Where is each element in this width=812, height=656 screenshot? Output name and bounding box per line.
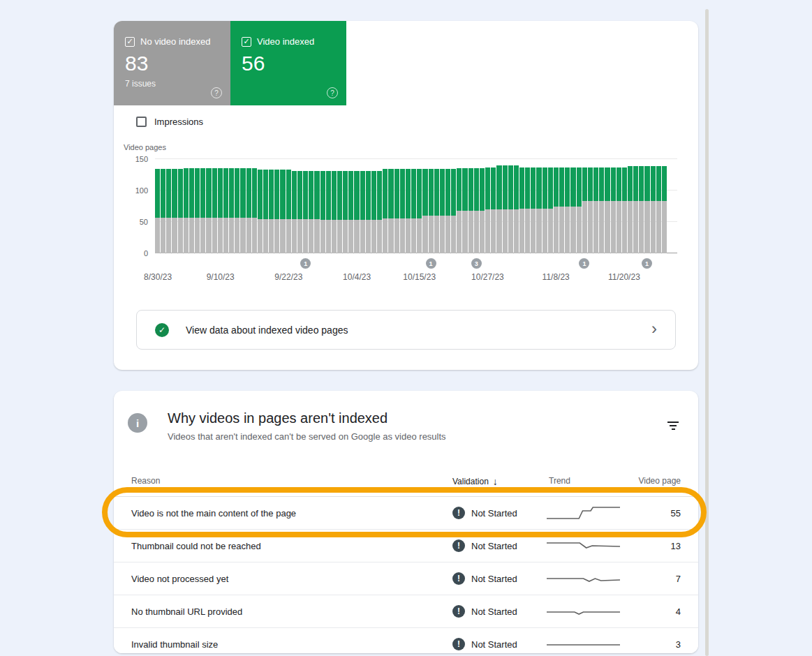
help-icon[interactable]: ? (327, 87, 338, 98)
bar[interactable] (429, 159, 434, 253)
bar[interactable] (377, 159, 382, 253)
milestone-marker[interactable]: 1 (426, 258, 436, 269)
bar[interactable] (644, 159, 649, 253)
bar[interactable] (178, 159, 183, 253)
bar[interactable] (286, 159, 291, 253)
bar[interactable] (422, 159, 427, 253)
bar[interactable] (332, 159, 337, 253)
bar[interactable] (366, 159, 371, 253)
bar[interactable] (559, 159, 564, 253)
column-header-validation[interactable]: Validation ↓ (452, 476, 498, 487)
bar[interactable] (503, 159, 508, 253)
bar[interactable] (639, 159, 644, 253)
bar[interactable] (536, 159, 541, 253)
bar[interactable] (514, 159, 519, 253)
bar[interactable] (588, 159, 593, 253)
impressions-toggle[interactable]: Impressions (136, 117, 203, 127)
bar[interactable] (468, 159, 473, 253)
bar[interactable] (320, 159, 325, 253)
bar[interactable] (212, 159, 217, 253)
bar[interactable] (189, 159, 194, 253)
bar[interactable] (172, 159, 177, 253)
bar[interactable] (218, 159, 223, 253)
bar[interactable] (451, 159, 456, 253)
bar[interactable] (252, 159, 257, 253)
bar[interactable] (326, 159, 331, 253)
bar[interactable] (246, 159, 251, 253)
bar[interactable] (314, 159, 319, 253)
bar[interactable] (303, 159, 308, 253)
table-row[interactable]: Invalid thumbnail size!Not Started3 (114, 628, 698, 653)
bar[interactable] (565, 159, 570, 253)
bar[interactable] (309, 159, 313, 253)
column-header-video-page[interactable]: Video page (638, 476, 681, 486)
bar[interactable] (605, 159, 610, 253)
bar[interactable] (611, 159, 616, 253)
bar[interactable] (570, 159, 575, 253)
bar[interactable] (485, 159, 490, 253)
bar[interactable] (474, 159, 479, 253)
bar[interactable] (496, 159, 501, 253)
bar[interactable] (457, 159, 462, 253)
scrollbar[interactable] (705, 9, 709, 656)
bar[interactable] (195, 159, 200, 253)
bar[interactable] (519, 159, 524, 253)
bar[interactable] (599, 159, 604, 253)
bar[interactable] (480, 159, 485, 253)
bar[interactable] (184, 159, 189, 253)
bar[interactable] (343, 159, 348, 253)
bar[interactable] (394, 159, 399, 253)
bar[interactable] (445, 159, 450, 253)
milestone-marker[interactable]: 3 (471, 258, 482, 269)
bar[interactable] (354, 159, 359, 253)
bar[interactable] (200, 159, 205, 253)
bar[interactable] (161, 159, 165, 253)
bar[interactable] (662, 159, 667, 253)
impressions-checkbox[interactable] (136, 117, 147, 127)
bar[interactable] (548, 159, 553, 253)
bar[interactable] (400, 159, 405, 253)
column-header-trend[interactable]: Trend (549, 476, 570, 486)
bar[interactable] (406, 159, 411, 253)
bar[interactable] (622, 159, 627, 253)
tab-no-video-indexed[interactable]: ✓ No video indexed 83 7 issues ? (114, 21, 230, 105)
bar[interactable] (206, 159, 211, 253)
bar[interactable] (383, 159, 387, 253)
bar[interactable] (371, 159, 376, 253)
bar[interactable] (617, 159, 621, 253)
bar[interactable] (577, 159, 582, 253)
chevron-right-icon[interactable]: › (651, 320, 657, 337)
filter-icon[interactable] (666, 420, 680, 434)
bar[interactable] (582, 159, 587, 253)
no-video-indexed-checkbox[interactable]: ✓ (125, 37, 135, 47)
bar[interactable] (258, 159, 263, 253)
bar[interactable] (531, 159, 536, 253)
help-icon[interactable]: ? (211, 87, 222, 98)
bar[interactable] (628, 159, 633, 253)
bar[interactable] (508, 159, 513, 253)
bar[interactable] (269, 159, 274, 253)
bar[interactable] (656, 159, 661, 253)
tab-video-indexed[interactable]: ✓ Video indexed 56 ? (230, 21, 346, 105)
bar[interactable] (388, 159, 393, 253)
table-row[interactable]: Video not processed yet!Not Started7 (114, 562, 698, 595)
bar[interactable] (280, 159, 285, 253)
bar[interactable] (292, 159, 297, 253)
bar[interactable] (411, 159, 416, 253)
bar[interactable] (462, 159, 467, 253)
milestone-marker[interactable]: 1 (300, 258, 311, 269)
bar[interactable] (651, 159, 656, 253)
bar[interactable] (229, 159, 234, 253)
bar[interactable] (491, 159, 496, 253)
bar[interactable] (337, 159, 342, 253)
bar[interactable] (525, 159, 530, 253)
bar[interactable] (542, 159, 547, 253)
bar[interactable] (440, 159, 445, 253)
bar[interactable] (434, 159, 439, 253)
bar[interactable] (240, 159, 245, 253)
view-indexed-data-banner[interactable]: ✓ View data about indexed video pages › (136, 310, 676, 350)
column-header-reason[interactable]: Reason (131, 476, 160, 486)
bar[interactable] (235, 159, 239, 253)
bar[interactable] (155, 159, 160, 253)
bar[interactable] (263, 159, 268, 253)
